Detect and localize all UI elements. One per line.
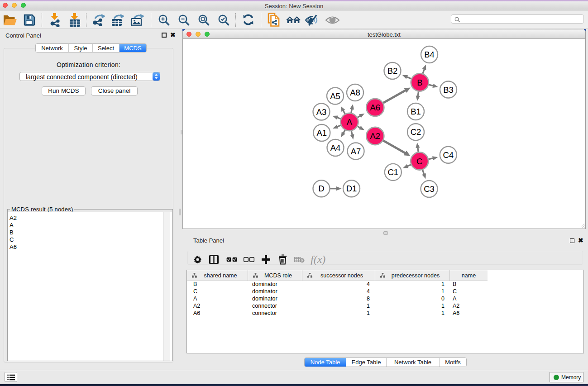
svg-text:B1: B1: [411, 107, 421, 116]
svg-text:C4: C4: [443, 150, 454, 160]
svg-text:B2: B2: [387, 66, 398, 76]
svg-text:D: D: [318, 184, 324, 193]
svg-text:A: A: [347, 117, 353, 127]
svg-text:C: C: [416, 157, 422, 166]
svg-text:A7: A7: [351, 147, 361, 156]
svg-text:C1: C1: [387, 167, 398, 177]
svg-text:D1: D1: [346, 184, 357, 193]
svg-text:B: B: [417, 78, 422, 87]
svg-text:C3: C3: [424, 184, 435, 194]
svg-text:A8: A8: [350, 88, 360, 97]
svg-text:A3: A3: [316, 107, 327, 117]
svg-text:A4: A4: [330, 143, 341, 152]
svg-text:B3: B3: [443, 85, 454, 95]
svg-text:C2: C2: [411, 127, 421, 137]
svg-text:B4: B4: [424, 50, 435, 59]
svg-text:A1: A1: [316, 128, 327, 138]
svg-text:A2: A2: [370, 131, 380, 141]
svg-text:A5: A5: [330, 91, 340, 101]
svg-text:A6: A6: [370, 103, 380, 112]
